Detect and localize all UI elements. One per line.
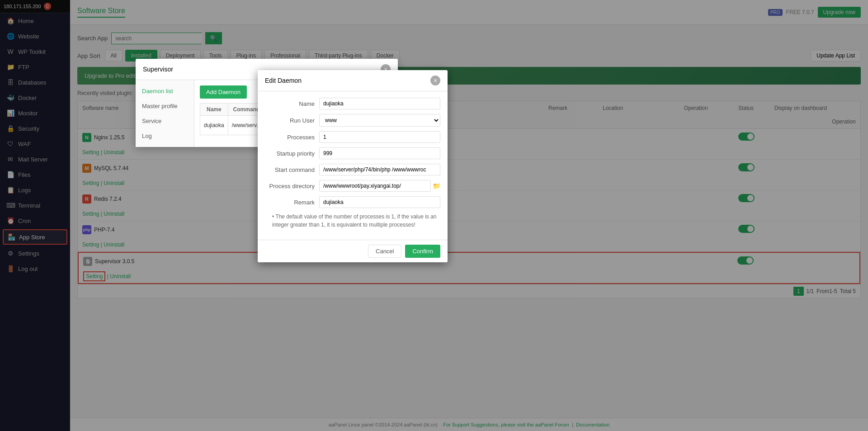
start-command-input[interactable] <box>319 164 440 175</box>
run-user-select[interactable]: www root nobody <box>319 114 440 127</box>
daemon-name: dujiaoka <box>200 116 228 135</box>
form-row-start-command: Start command <box>265 164 440 175</box>
form-row-run-user: Run User www root nobody <box>265 114 440 127</box>
process-directory-input[interactable] <box>319 180 431 192</box>
daemon-col-name: Name <box>200 104 228 116</box>
start-command-label: Start command <box>265 166 319 173</box>
form-row-process-directory: Process directory 📁 <box>265 180 440 192</box>
cancel-button[interactable]: Cancel <box>368 245 401 258</box>
edit-daemon-close[interactable]: × <box>430 76 440 85</box>
edit-daemon-header: Edit Daemon × <box>258 70 448 91</box>
processes-label: Processes <box>265 134 319 141</box>
run-user-label: Run User <box>265 117 319 124</box>
name-input[interactable] <box>319 98 440 109</box>
edit-daemon-modal: Edit Daemon × Name Run User www root nob… <box>258 70 448 262</box>
form-row-remark: Remark <box>265 196 440 208</box>
processes-input[interactable] <box>319 131 440 143</box>
form-row-processes: Processes <box>265 131 440 143</box>
folder-icon[interactable]: 📁 <box>433 182 440 189</box>
supervisor-nav-log[interactable]: Log <box>136 128 194 143</box>
add-daemon-button[interactable]: Add Daemon <box>200 85 247 99</box>
supervisor-nav-service[interactable]: Service <box>136 114 194 128</box>
startup-priority-label: Startup priority <box>265 150 319 157</box>
supervisor-nav-master-profile[interactable]: Master profile <box>136 99 194 114</box>
supervisor-sidebar-nav: Daemon list Master profile Service Log <box>136 80 194 147</box>
edit-daemon-footer: Cancel Confirm <box>258 240 448 262</box>
startup-priority-input[interactable] <box>319 147 440 159</box>
remark-label: Remark <box>265 199 319 206</box>
supervisor-nav-daemon-list[interactable]: Daemon list <box>136 84 194 99</box>
supervisor-modal-title: Supervisor <box>143 66 173 73</box>
form-row-startup-priority: Startup priority <box>265 147 440 159</box>
edit-daemon-title: Edit Daemon <box>265 77 302 84</box>
edit-daemon-body: Name Run User www root nobody Processes … <box>258 91 448 240</box>
process-directory-label: Process directory <box>265 183 319 189</box>
name-label: Name <box>265 100 319 107</box>
form-row-name: Name <box>265 98 440 109</box>
confirm-button[interactable]: Confirm <box>405 245 440 258</box>
form-note: The default value of the number of proce… <box>272 213 440 229</box>
remark-input[interactable] <box>319 196 440 208</box>
